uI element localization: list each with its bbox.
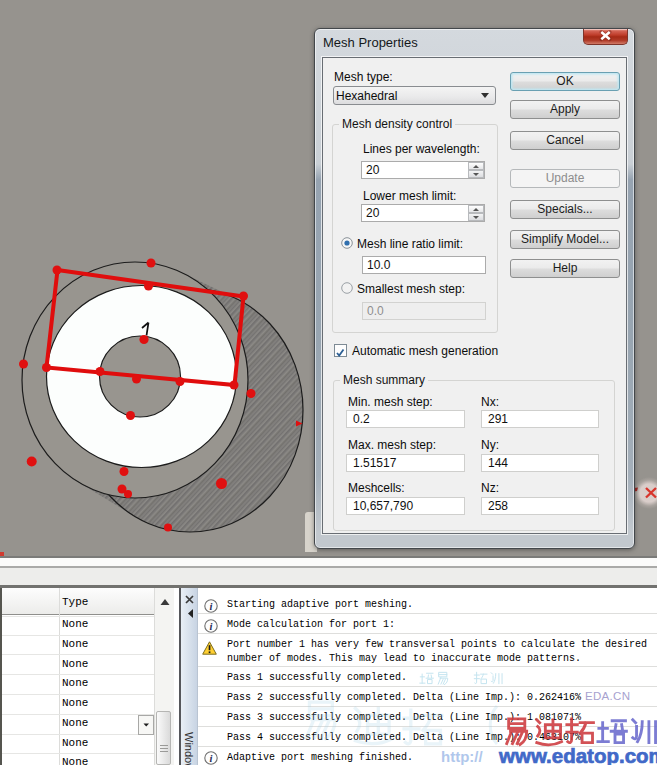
svg-text:EDA.CN: EDA.CN: [585, 690, 630, 702]
svg-text:http://: http://: [441, 748, 483, 765]
svg-text:www.edatop.com: www.edatop.com: [498, 744, 657, 765]
